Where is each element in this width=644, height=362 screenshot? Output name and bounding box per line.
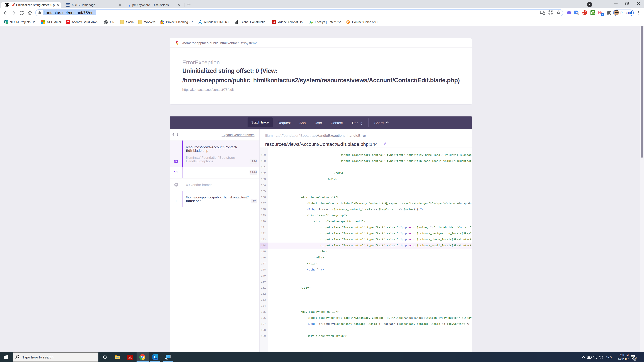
svg-text:文: 文 bbox=[577, 12, 579, 15]
svg-text:G: G bbox=[575, 11, 577, 14]
svg-text:A: A bbox=[273, 21, 275, 24]
svg-text:s: s bbox=[5, 21, 6, 23]
